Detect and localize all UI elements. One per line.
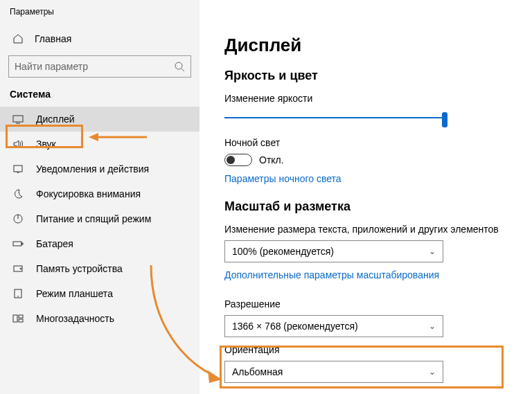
svg-rect-8 [21, 243, 23, 244]
night-light-toggle[interactable] [224, 154, 252, 166]
sidebar-section-title: Система [0, 89, 200, 107]
svg-rect-7 [13, 242, 21, 246]
svg-rect-4 [14, 165, 22, 172]
storage-icon [12, 263, 24, 274]
battery-icon [12, 238, 24, 249]
power-icon [12, 213, 24, 224]
svg-rect-2 [13, 116, 23, 122]
sidebar-home-label: Главная [35, 33, 71, 44]
toggle-knob [227, 156, 235, 164]
sidebar-item-label: Уведомления и действия [36, 163, 149, 174]
orientation-label: Ориентация [224, 344, 507, 355]
chevron-down-icon: ⌄ [429, 247, 436, 256]
sidebar-item-label: Дисплей [36, 114, 75, 125]
sidebar-item-label: Фокусировка внимания [36, 188, 141, 199]
night-light-label: Ночной свет [224, 137, 507, 148]
sidebar-item-label: Питание и спящий режим [36, 213, 151, 224]
scale-label: Изменение размера текста, приложений и д… [224, 224, 507, 235]
scale-select[interactable]: 100% (рекомендуется) ⌄ [224, 240, 443, 262]
window-title: Параметры [0, 7, 200, 26]
orientation-value: Альбомная [232, 366, 283, 377]
resolution-label: Разрешение [224, 298, 507, 310]
search-placeholder: Найти параметр [15, 61, 88, 72]
svg-line-1 [181, 69, 184, 71]
tablet-icon [12, 288, 24, 299]
sidebar-item-label: Многозадачность [36, 313, 114, 324]
display-icon [12, 114, 24, 125]
sidebar-item-notifications[interactable]: Уведомления и действия [0, 156, 200, 181]
moon-icon [12, 188, 24, 199]
multitask-icon [12, 313, 24, 324]
svg-rect-9 [14, 266, 22, 271]
brightness-label: Изменение яркости [224, 93, 507, 104]
sidebar-item-label: Звук [36, 138, 56, 150]
sound-icon [12, 138, 24, 150]
night-light-state: Откл. [259, 154, 284, 165]
home-icon [12, 33, 24, 44]
section-brightness: Яркость и цвет [224, 69, 507, 83]
notifications-icon [12, 163, 24, 174]
sidebar-item-label: Режим планшета [36, 288, 113, 299]
sidebar-item-display[interactable]: Дисплей [0, 107, 200, 132]
chevron-down-icon: ⌄ [429, 367, 436, 377]
svg-point-10 [20, 268, 21, 269]
sidebar-item-label: Батарея [36, 238, 73, 249]
page-title: Дисплей [224, 35, 507, 56]
sidebar-item-storage[interactable]: Память устройства [0, 256, 200, 281]
svg-rect-14 [19, 315, 23, 318]
night-light-settings-link[interactable]: Параметры ночного света [224, 173, 342, 184]
sidebar-item-focus[interactable]: Фокусировка внимания [0, 181, 200, 206]
section-scale: Масштаб и разметка [224, 199, 507, 214]
advanced-scale-link[interactable]: Дополнительные параметры масштабирования [224, 269, 439, 280]
content-area: Дисплей Яркость и цвет Изменение яркости… [200, 0, 532, 394]
sidebar-item-battery[interactable]: Батарея [0, 231, 200, 256]
brightness-slider[interactable] [224, 109, 443, 126]
chevron-down-icon: ⌄ [429, 321, 436, 331]
orientation-select[interactable]: Альбомная ⌄ [224, 361, 443, 383]
svg-rect-15 [19, 319, 23, 322]
resolution-value: 1366 × 768 (рекомендуется) [232, 321, 358, 332]
sidebar-item-label: Память устройства [36, 263, 123, 274]
sidebar-item-tablet[interactable]: Режим планшета [0, 281, 200, 306]
svg-rect-13 [13, 315, 17, 322]
sidebar-item-sound[interactable]: Звук [0, 132, 200, 156]
svg-point-0 [175, 62, 182, 69]
slider-thumb[interactable] [442, 112, 447, 127]
sidebar-home[interactable]: Главная [0, 26, 200, 51]
search-input[interactable]: Найти параметр [8, 55, 191, 78]
sidebar-item-multitask[interactable]: Многозадачность [0, 306, 200, 331]
sidebar: Параметры Главная Найти параметр Система… [0, 0, 200, 394]
sidebar-item-power[interactable]: Питание и спящий режим [0, 206, 200, 231]
search-icon [174, 61, 185, 72]
slider-track [224, 117, 443, 118]
resolution-select[interactable]: 1366 × 768 (рекомендуется) ⌄ [224, 315, 443, 337]
scale-value: 100% (рекомендуется) [232, 246, 334, 257]
